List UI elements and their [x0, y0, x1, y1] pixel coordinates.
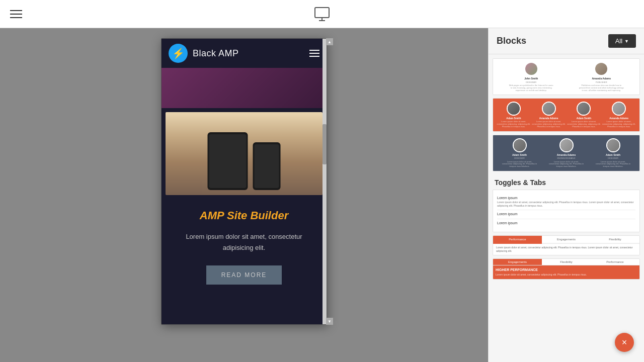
member-orange-name-3: Adam Smith [577, 117, 591, 120]
dark-desc-2: Lorem ipsum dolor sit amet, consectetur … [549, 161, 584, 168]
member-name-amanda: Amanda Adams [592, 77, 611, 80]
tab2-engagements[interactable]: Engagements [493, 259, 542, 265]
tabs-block2-title: HIGHER PERFORMANCE [496, 268, 637, 272]
tab-flexibility[interactable]: Flexibility [591, 236, 639, 244]
tabs-block2-text: Lorem ipsum dolor sit amet, consectetur … [496, 273, 637, 277]
toggles-block[interactable]: Lorem ipsum Lorem ipsum dolor sit amet, … [493, 190, 640, 232]
team-member-2: Amanda Adams Lorem ipsum dolor sit amet,… [531, 102, 567, 128]
tab-content-text: Lorem ipsum dolor sit amet, consectetur … [496, 246, 636, 253]
preview-hero-title: AMP Site Builder [172, 209, 316, 222]
dark-role-1: DESIGNER [514, 157, 525, 160]
panel-title: Blocks [497, 36, 526, 46]
tab2-flexibility[interactable]: Flexibility [542, 259, 591, 265]
team-block-three-col[interactable]: Adam Smith DESIGNER Lorem ipsum dolor si… [493, 135, 640, 171]
tab-engagements[interactable]: Engagements [542, 236, 591, 244]
avatar-amanda [594, 62, 608, 76]
team-dark-inner: Adam Smith DESIGNER Lorem ipsum dolor si… [493, 135, 639, 171]
topbar [0, 0, 644, 28]
team-dark-member-2: Amanda Adams KNOWLEDGEABLE Lorem ipsum d… [549, 138, 584, 168]
dark-name-2: Amanda Adams [557, 153, 576, 156]
dark-desc-3: Lorem ipsum dolor sit amet, consectetur … [596, 161, 631, 168]
team-member-3: Adam Smith Lorem ipsum dolor sit amet, c… [567, 102, 602, 128]
all-filter-button[interactable]: All [608, 34, 636, 48]
team-member-1: Adam Smith Lorem ipsum dolor sit amet, c… [496, 102, 531, 128]
avatar-john [524, 62, 538, 76]
member-orange-name-4: Amanda Adams [609, 117, 628, 120]
preview-hamburger-icon[interactable] [309, 50, 319, 57]
tabs-block2-inner: Engagements Flexibility Performance HIGH… [493, 259, 639, 279]
member-orange-desc-2: Lorem ipsum dolor sit amet, consectetur … [531, 121, 567, 128]
panel-header: Blocks All [489, 28, 644, 54]
team-member-john: John Smith DESIGNER Web pages are publis… [509, 62, 554, 92]
team-white-inner: John Smith DESIGNER Web pages are publis… [493, 59, 639, 95]
team-member-4: Amanda Adams Lorem ipsum dolor sit amet,… [601, 102, 636, 128]
avatar-3 [577, 102, 591, 116]
toggle-row-2: Lorem ipsum [497, 210, 635, 219]
member-desc-john: Web pages are published to the Internet … [509, 84, 554, 92]
dark-role-2: KNOWLEDGEABLE [557, 157, 575, 160]
lightning-bolt-icon: ⚡ [172, 47, 185, 59]
toggle-title-3: Lorem ipsum [497, 221, 635, 225]
phone-devices [208, 132, 281, 190]
member-orange-desc-4: Lorem ipsum dolor sit amet, consectetur … [601, 121, 636, 128]
tabs-header: Performance Engagements Flexibility [493, 236, 639, 244]
preview-brand-name: Black AMP [193, 48, 304, 59]
toggle-row-1: Lorem ipsum Lorem ipsum dolor sit amet, … [497, 194, 635, 210]
preview-description: Lorem ipsum dolor sit amet, consectetur … [172, 231, 316, 253]
tab-performance[interactable]: Performance [493, 236, 542, 244]
team-block-four-col[interactable]: Adam Smith Lorem ipsum dolor sit amet, c… [493, 98, 640, 131]
read-more-button[interactable]: READ MORE [206, 265, 282, 285]
preview-hero [162, 68, 327, 108]
preview-content: AMP Site Builder Lorem ipsum dolor sit a… [162, 199, 327, 295]
close-panel-button[interactable]: × [615, 333, 634, 352]
monitor-icon [313, 5, 331, 23]
member-orange-desc-1: Lorem ipsum dolor sit amet, consectetur … [496, 121, 531, 128]
menu-icon[interactable] [10, 10, 22, 18]
tab2-performance[interactable]: Performance [591, 259, 639, 265]
mobile-preview-scrollbar-thumb [323, 124, 327, 164]
dark-name-1: Adam Smith [512, 153, 527, 156]
phone-small [253, 142, 281, 190]
avatar-dark-2 [559, 138, 574, 152]
svg-rect-0 [315, 8, 329, 18]
mobile-preview-scrollbar[interactable] [323, 39, 327, 324]
team-dark-member-3: Adam Smith DESIGNER Lorem ipsum dolor si… [596, 138, 631, 168]
toggles-block-inner: Lorem ipsum Lorem ipsum dolor sit amet, … [493, 190, 639, 232]
phone-large [208, 132, 248, 190]
preview-nav: ⚡ Black AMP [162, 39, 327, 68]
main-layout: ▲ ▼ ⚡ Black AMP [0, 28, 644, 362]
phone-screen-small [255, 144, 279, 188]
toggle-title-2: Lorem ipsum [497, 212, 635, 216]
toggle-title-1: Lorem ipsum [497, 196, 635, 200]
mobile-preview-container: ▲ ▼ ⚡ Black AMP [161, 38, 327, 325]
tabs-orange-block[interactable]: Performance Engagements Flexibility Lore… [493, 235, 640, 255]
preview-logo: ⚡ [169, 44, 188, 63]
canvas-area: ▲ ▼ ⚡ Black AMP [0, 28, 488, 362]
avatar-dark-3 [606, 138, 620, 152]
tabs-block-inner: Performance Engagements Flexibility Lore… [493, 236, 639, 255]
preview-phone-image [166, 112, 323, 195]
team-orange-inner: Adam Smith Lorem ipsum dolor sit amet, c… [493, 99, 639, 131]
member-role-amanda: PUBLISHER [596, 81, 607, 83]
toggle-content-1: Lorem ipsum dolor sit amet, consectetur … [497, 201, 635, 208]
member-orange-name-2: Amanda Adams [539, 117, 558, 120]
member-orange-name-1: Adam Smith [506, 117, 521, 120]
team-block-two-col[interactable]: John Smith DESIGNER Web pages are publis… [493, 58, 640, 95]
avatar-dark-1 [513, 138, 527, 152]
avatar-4 [612, 102, 626, 116]
scroll-up-arrow[interactable]: ▲ [326, 38, 333, 45]
tab-content: Lorem ipsum dolor sit amet, consectetur … [493, 244, 639, 255]
team-member-amanda: Amanda Adams PUBLISHER Publishers and ne… [579, 62, 624, 92]
toggles-tabs-section-label: Toggles & Tabs [493, 174, 640, 190]
toggle-row-3: Lorem ipsum [497, 219, 635, 228]
tabs-header2: Engagements Flexibility Performance [493, 259, 639, 265]
avatar-2 [542, 102, 556, 116]
dark-role-3: DESIGNER [608, 157, 618, 160]
panel-content: John Smith DESIGNER Web pages are publis… [489, 54, 644, 362]
phone-screen-large [209, 134, 247, 188]
team-dark-member-1: Adam Smith DESIGNER Lorem ipsum dolor si… [502, 138, 537, 168]
right-panel: Blocks All John Smith DESIGNER Web pages… [488, 28, 644, 362]
member-orange-desc-3: Lorem ipsum dolor sit amet, consectetur … [567, 121, 602, 128]
tabs-orange-full-block[interactable]: Engagements Flexibility Performance HIGH… [493, 258, 640, 280]
scroll-down-arrow[interactable]: ▼ [326, 318, 333, 325]
